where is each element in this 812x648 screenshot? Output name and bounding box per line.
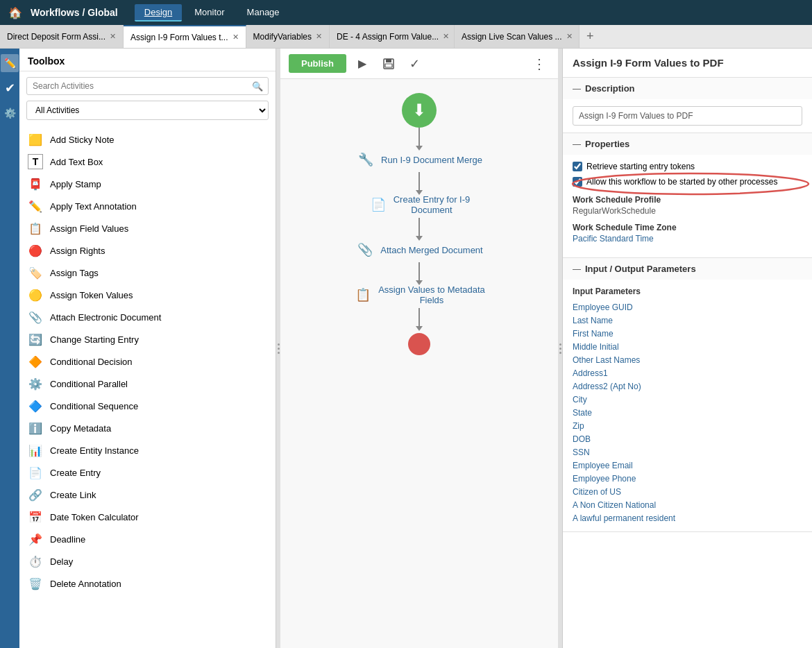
toolbox-item-change-starting-entry[interactable]: 🔄 Change Starting Entry (19, 328, 276, 350)
io-param-label[interactable]: A lawful permanent resident (573, 513, 675, 523)
io-param-label[interactable]: Employee Email (573, 461, 633, 470)
io-param-label[interactable]: A Non Citizen National (573, 500, 656, 510)
tab-label: Direct Deposit Form Assi... (7, 32, 105, 42)
io-param-label[interactable]: Middle Initial (573, 342, 619, 352)
toolbox-item-assign-field-values[interactable]: 📋 Assign Field Values (19, 217, 276, 239)
io-param-item: Zip (573, 419, 802, 432)
toolbox-item-create-entity[interactable]: 📊 Create Entity Instance (19, 439, 276, 461)
properties-section-header[interactable]: — Properties (563, 133, 812, 155)
io-param-item: Employee Email (573, 459, 802, 472)
tab-add-button[interactable]: + (580, 29, 601, 44)
io-param-item: Last Name (573, 314, 802, 327)
toolbox-item-apply-stamp[interactable]: 📮 Apply Stamp (19, 173, 276, 195)
io-param-label[interactable]: Employee Phone (573, 474, 636, 484)
io-param-label[interactable]: City (573, 395, 587, 404)
more-options-button[interactable]: ⋮ (529, 53, 550, 74)
io-param-label[interactable]: DOB (573, 434, 591, 444)
activities-filter-select[interactable]: All Activities (26, 101, 269, 120)
allow-started-checkbox[interactable] (573, 177, 582, 187)
io-param-item: DOB (573, 432, 802, 445)
io-param-item: A Non Citizen National (573, 498, 802, 511)
io-param-label[interactable]: SSN (573, 447, 590, 457)
description-section-header[interactable]: — Description (563, 78, 812, 99)
description-input[interactable] (573, 106, 802, 126)
toolbox-item-create-entry[interactable]: 📄 Create Entry (19, 461, 276, 484)
io-param-label[interactable]: First Name (573, 329, 614, 339)
item-label: Create Link (50, 490, 96, 500)
io-param-label[interactable]: State (573, 408, 592, 418)
toolbox-item-deadline[interactable]: 📌 Deadline (19, 528, 276, 550)
toolbox-item-assign-rights[interactable]: 🔴 Assign Rights (19, 239, 276, 262)
tab-de4[interactable]: DE - 4 Assign Form Value... ✕ (330, 25, 455, 49)
tab-close-icon[interactable]: ✕ (566, 32, 573, 41)
properties-section-body: Retrieve starting entry tokens Allow thi… (563, 155, 812, 257)
item-label: Change Starting Entry (50, 334, 139, 345)
io-param-label[interactable]: Employee GUID (573, 302, 633, 312)
workflow-container: ⬇ 🔧 Run I-9 Document Merge 📄 Create Entr… (348, 93, 491, 509)
toolbox-item-date-token[interactable]: 📅 Date Token Calculator (19, 506, 276, 528)
toolbox-item-conditional-decision[interactable]: 🔶 Conditional Decision (19, 350, 276, 373)
toolbox-title: Toolbox (19, 49, 276, 71)
canvas-content[interactable]: ⬇ 🔧 Run I-9 Document Merge 📄 Create Entr… (280, 79, 558, 648)
work-schedule-timezone-value[interactable]: Pacific Standard Time (573, 234, 802, 244)
item-label: Apply Text Annotation (50, 201, 137, 212)
io-param-label[interactable]: Address1 (573, 368, 608, 378)
publish-button[interactable]: Publish (289, 54, 346, 73)
tab-close-icon[interactable]: ✕ (110, 32, 116, 41)
svg-rect-1 (386, 59, 391, 62)
toolbox-item-assign-token-values[interactable]: 🟡 Assign Token Values (19, 284, 276, 306)
toolbox-item-add-sticky-note[interactable]: 🟨 Add Sticky Note (19, 128, 276, 151)
tab-close-icon[interactable]: ✕ (232, 33, 239, 42)
item-label: Add Sticky Note (50, 135, 115, 145)
allow-started-label: Allow this workflow to be started by oth… (586, 177, 777, 187)
sidebar-settings-btn[interactable]: ⚙️ (1, 104, 19, 122)
nav-tab-manage[interactable]: Manage (237, 4, 289, 22)
tab-assign-i9[interactable]: Assign I-9 Form Values t... ✕ (124, 25, 246, 49)
toolbox-item-assign-tags[interactable]: 🏷️ Assign Tags (19, 262, 276, 284)
workflow-end-node[interactable] (408, 333, 430, 355)
toolbox-item-add-text-box[interactable]: T Add Text Box (19, 151, 276, 173)
search-icon: 🔍 (252, 81, 263, 92)
tab-live-scan[interactable]: Assign Live Scan Values ... ✕ (455, 25, 580, 49)
conditional-sequence-icon: 🔷 (28, 398, 43, 413)
play-button[interactable]: ▶ (352, 53, 373, 74)
io-param-label[interactable]: Citizen of US (573, 487, 621, 497)
io-param-label[interactable]: Address2 (Apt No) (573, 382, 641, 391)
toolbox-item-delay[interactable]: ⏱️ Delay (19, 550, 276, 572)
check-button[interactable]: ✓ (405, 53, 425, 74)
toolbox-item-copy-metadata[interactable]: ℹ️ Copy Metadata (19, 417, 276, 439)
io-param-label[interactable]: Other Last Names (573, 355, 640, 365)
io-param-label[interactable]: Last Name (573, 316, 613, 325)
workflow-start-node[interactable]: ⬇ (402, 93, 437, 128)
allow-started-row: Allow this workflow to be started by oth… (573, 177, 802, 187)
nav-tab-monitor[interactable]: Monitor (185, 4, 234, 22)
workflow-node-attach: 📎 Attach Merged Document (350, 237, 488, 262)
tab-modify-variables[interactable]: ModifyVariables ✕ (246, 25, 330, 49)
stamp-icon: 📮 (28, 176, 43, 191)
item-label: Assign Tags (50, 268, 99, 278)
toolbox-item-delete-annotation[interactable]: 🗑️ Delete Annotation (19, 572, 276, 595)
work-schedule-timezone-label: Work Schedule Time Zone (573, 223, 802, 232)
nav-tab-design[interactable]: Design (135, 4, 182, 22)
attach-electronic-icon: 📎 (28, 309, 43, 325)
retrieve-tokens-checkbox[interactable] (573, 162, 582, 171)
toolbox-item-conditional-sequence[interactable]: 🔷 Conditional Sequence (19, 395, 276, 417)
io-param-label[interactable]: Zip (573, 421, 584, 431)
sidebar-check-btn[interactable]: ✔ (1, 79, 19, 97)
tab-label: Assign Live Scan Values ... (462, 32, 562, 42)
tab-direct-deposit[interactable]: Direct Deposit Form Assi... ✕ (0, 25, 124, 49)
change-starting-icon: 🔄 (28, 332, 43, 347)
io-section-header[interactable]: — Input / Output Parameters (563, 258, 812, 280)
toolbox-item-conditional-parallel[interactable]: ⚙️ Conditional Parallel (19, 373, 276, 395)
save-button[interactable] (378, 53, 399, 74)
tab-close-icon[interactable]: ✕ (443, 32, 449, 41)
properties-collapse-icon: — (573, 139, 581, 149)
toolbox-item-attach-electronic[interactable]: 📎 Attach Electronic Document (19, 306, 276, 328)
toolbox-item-create-link[interactable]: 🔗 Create Link (19, 484, 276, 506)
toolbox-item-apply-text-annotation[interactable]: ✏️ Apply Text Annotation (19, 195, 276, 217)
tab-close-icon[interactable]: ✕ (316, 32, 322, 41)
search-input[interactable] (26, 77, 269, 95)
sidebar-edit-btn[interactable]: ✏️ (1, 54, 19, 72)
delay-icon: ⏱️ (28, 554, 43, 569)
home-icon[interactable]: 🏠 (8, 6, 22, 19)
